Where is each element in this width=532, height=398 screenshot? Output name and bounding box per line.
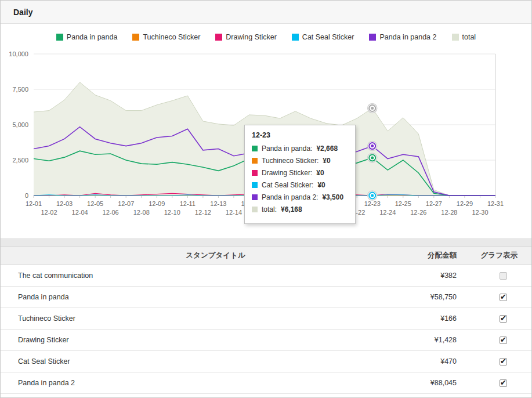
tooltip-value: ¥3,500 — [322, 193, 343, 201]
legend-swatch-icon — [292, 34, 299, 41]
svg-text:12-10: 12-10 — [164, 209, 180, 216]
tooltip-value: ¥6,168 — [281, 205, 302, 214]
legend-item-tuchineco-sticker[interactable]: Tuchineco Sticker — [132, 33, 200, 41]
sticker-title: The cat communication — [1, 265, 390, 287]
dashboard-page: Daily Panda in pandaTuchineco StickerDra… — [0, 0, 532, 398]
legend-item-panda-in-panda-2[interactable]: Panda in panda 2 — [369, 33, 436, 41]
graph-toggle-cell — [460, 351, 531, 372]
graph-toggle-checkbox[interactable] — [500, 272, 507, 280]
tooltip-row-panda-in-panda: Panda in panda: ¥2,668 — [252, 144, 348, 153]
amount-value: ¥88,045 — [390, 372, 460, 394]
table-row-drawing-sticker: Drawing Sticker¥1,428 — [1, 330, 531, 351]
svg-text:0: 0 — [25, 192, 28, 199]
svg-text:12-24: 12-24 — [379, 209, 396, 216]
svg-text:12-01: 12-01 — [26, 200, 42, 207]
legend-swatch-icon — [215, 34, 222, 41]
svg-text:12-08: 12-08 — [133, 209, 150, 216]
tooltip-label: total: — [262, 205, 277, 214]
tooltip-row-total: total: ¥6,168 — [252, 205, 348, 214]
tooltip-date: 12-23 — [252, 131, 348, 139]
legend-label: Cat Seal Sticker — [302, 33, 354, 41]
tooltip-swatch-icon — [252, 207, 258, 212]
svg-text:12-29: 12-29 — [457, 200, 473, 207]
svg-text:12-03: 12-03 — [56, 200, 73, 207]
sticker-title: Panda in panda 2 — [1, 372, 390, 394]
legend-item-total[interactable]: total — [452, 33, 476, 41]
legend-item-panda-in-panda[interactable]: Panda in panda — [56, 33, 118, 41]
sticker-title: Cat Seal Sticker — [1, 351, 390, 372]
svg-text:12-09: 12-09 — [149, 200, 165, 207]
svg-text:12-07: 12-07 — [118, 200, 134, 207]
tooltip-row-tuchineco-sticker: Tuchineco Sticker: ¥0 — [252, 157, 348, 165]
svg-text:12-04: 12-04 — [72, 209, 88, 216]
svg-text:12-14: 12-14 — [226, 209, 242, 216]
svg-text:7,500: 7,500 — [12, 86, 28, 93]
chart-legend: Panda in pandaTuchineco StickerDrawing S… — [1, 32, 531, 42]
svg-text:5,000: 5,000 — [12, 121, 28, 128]
sticker-title: Tuchineco Sticker — [1, 308, 390, 330]
legend-label: total — [462, 33, 476, 41]
sticker-title: Panda in panda — [1, 287, 390, 308]
sticker-title: Drawing Sticker — [1, 330, 390, 351]
graph-toggle-cell — [460, 372, 531, 394]
table-row-cat-seal-sticker: Cat Seal Sticker¥470 — [1, 351, 531, 372]
graph-toggle-checkbox[interactable] — [500, 358, 507, 366]
tooltip-rows: Panda in panda: ¥2,668Tuchineco Sticker:… — [252, 144, 348, 214]
svg-text:12-30: 12-30 — [472, 209, 488, 216]
legend-label: Tuchineco Sticker — [143, 33, 200, 41]
svg-text:12-05: 12-05 — [87, 200, 103, 207]
amount-value: ¥470 — [390, 351, 460, 372]
graph-toggle-cell — [460, 265, 531, 287]
graph-toggle-checkbox[interactable] — [500, 315, 507, 323]
tooltip-label: Drawing Sticker: — [262, 169, 312, 177]
svg-text:12-02: 12-02 — [41, 209, 57, 216]
legend-item-drawing-sticker[interactable]: Drawing Sticker — [215, 33, 277, 41]
graph-toggle-cell — [460, 287, 531, 308]
svg-text:12-06: 12-06 — [103, 209, 119, 216]
legend-item-cat-seal-sticker[interactable]: Cat Seal Sticker — [292, 33, 354, 41]
tooltip-swatch-icon — [252, 158, 258, 164]
svg-text:12-12: 12-12 — [195, 209, 211, 216]
column-header-sticker-title: スタンプタイトル — [1, 247, 390, 265]
table-row-panda-in-panda-2: Panda in panda 2¥88,045 — [1, 372, 531, 394]
tooltip-swatch-icon — [252, 182, 258, 188]
graph-toggle-checkbox[interactable] — [500, 379, 507, 387]
table-header-row: スタンプタイトル 分配金額 グラフ表示 — [1, 247, 531, 265]
chart-tooltip: 12-23 Panda in panda: ¥2,668Tuchineco St… — [244, 125, 356, 224]
graph-toggle-checkbox[interactable] — [500, 294, 507, 301]
legend-swatch-icon — [132, 34, 139, 41]
graph-toggle-cell — [460, 330, 531, 351]
amount-value: ¥382 — [390, 265, 460, 287]
daily-tab-header: Daily — [1, 1, 531, 24]
column-header-graph-display: グラフ表示 — [460, 247, 531, 265]
table-row-panda-in-panda: Panda in panda¥58,750 — [1, 287, 531, 308]
svg-text:12-26: 12-26 — [410, 209, 426, 216]
tooltip-value: ¥0 — [316, 169, 324, 177]
svg-text:12-23: 12-23 — [364, 200, 381, 207]
svg-text:12-11: 12-11 — [180, 200, 196, 207]
tooltip-row-cat-seal-sticker: Cat Seal Sticker: ¥0 — [252, 181, 348, 189]
svg-text:2,500: 2,500 — [12, 157, 28, 164]
amount-value: ¥1,428 — [390, 330, 460, 351]
graph-toggle-checkbox[interactable] — [500, 337, 507, 344]
legend-swatch-icon — [369, 34, 376, 41]
svg-text:12-28: 12-28 — [441, 209, 457, 216]
tooltip-row-drawing-sticker: Drawing Sticker: ¥0 — [252, 169, 348, 177]
tooltip-label: Panda in panda: — [262, 144, 312, 153]
legend-label: Panda in panda — [67, 33, 118, 41]
section-divider — [1, 238, 531, 246]
page-title: Daily — [13, 8, 32, 17]
graph-toggle-cell — [460, 308, 531, 330]
amount-value: ¥58,750 — [390, 287, 460, 308]
svg-text:12-27: 12-27 — [426, 200, 442, 207]
svg-text:12-31: 12-31 — [487, 200, 504, 207]
legend-swatch-icon — [56, 34, 63, 41]
table-row-tuchineco-sticker: Tuchineco Sticker¥166 — [1, 308, 531, 330]
table-row-the-cat-communication: The cat communication¥382 — [1, 265, 531, 287]
tooltip-label: Cat Seal Sticker: — [262, 181, 313, 189]
tooltip-swatch-icon — [252, 194, 258, 200]
tooltip-label: Tuchineco Sticker: — [262, 157, 319, 165]
tooltip-label: Panda in panda 2: — [262, 193, 318, 201]
legend-label: Panda in panda 2 — [379, 33, 436, 41]
tooltip-swatch-icon — [252, 146, 258, 151]
